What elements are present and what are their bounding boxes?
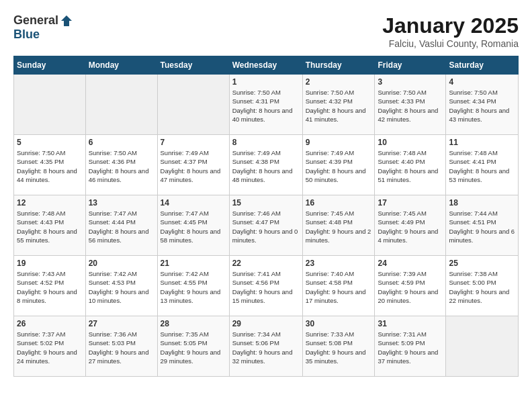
calendar-cell: 13Sunrise: 7:47 AMSunset: 4:44 PMDayligh… [85, 195, 157, 256]
day-info: Sunrise: 7:49 AMSunset: 4:38 PMDaylight:… [232, 148, 300, 184]
day-number: 26 [17, 319, 83, 328]
day-info: Sunrise: 7:50 AMSunset: 4:32 PMDaylight:… [306, 88, 372, 124]
calendar-cell: 15Sunrise: 7:46 AMSunset: 4:47 PMDayligh… [229, 195, 302, 256]
calendar-cell: 2Sunrise: 7:50 AMSunset: 4:32 PMDaylight… [302, 75, 375, 135]
day-info: Sunrise: 7:49 AMSunset: 4:37 PMDaylight:… [161, 148, 226, 184]
calendar-cell: 26Sunrise: 7:37 AMSunset: 5:02 PMDayligh… [14, 316, 86, 377]
weekday-header-wednesday: Wednesday [229, 56, 302, 75]
day-info: Sunrise: 7:39 AMSunset: 4:59 PMDaylight:… [378, 269, 443, 305]
day-number: 19 [17, 259, 83, 268]
calendar-week-row: 26Sunrise: 7:37 AMSunset: 5:02 PMDayligh… [14, 316, 519, 377]
day-number: 8 [232, 138, 300, 147]
day-number: 20 [89, 259, 154, 268]
day-info: Sunrise: 7:34 AMSunset: 5:06 PMDaylight:… [232, 330, 300, 365]
day-info: Sunrise: 7:49 AMSunset: 4:39 PMDaylight:… [306, 148, 372, 184]
calendar-cell: 12Sunrise: 7:48 AMSunset: 4:43 PMDayligh… [14, 195, 86, 256]
logo-general-text: General [13, 13, 58, 28]
day-info: Sunrise: 7:50 AMSunset: 4:35 PMDaylight:… [17, 148, 83, 184]
calendar-cell: 21Sunrise: 7:42 AMSunset: 4:55 PMDayligh… [157, 256, 229, 316]
day-number: 11 [449, 138, 515, 147]
day-info: Sunrise: 7:35 AMSunset: 5:05 PMDaylight:… [161, 330, 226, 365]
calendar-cell: 31Sunrise: 7:31 AMSunset: 5:09 PMDayligh… [375, 316, 446, 377]
calendar-cell [14, 75, 86, 135]
day-number: 22 [232, 259, 300, 268]
day-number: 25 [449, 259, 515, 268]
weekday-header-monday: Monday [85, 56, 157, 75]
calendar-cell: 18Sunrise: 7:44 AMSunset: 4:51 PMDayligh… [446, 195, 519, 256]
day-info: Sunrise: 7:44 AMSunset: 4:51 PMDaylight:… [449, 209, 515, 244]
day-info: Sunrise: 7:48 AMSunset: 4:43 PMDaylight:… [17, 209, 83, 244]
day-number: 31 [378, 319, 443, 328]
day-number: 10 [378, 138, 443, 147]
day-number: 4 [449, 77, 515, 87]
weekday-header-friday: Friday [375, 56, 446, 75]
calendar-cell: 10Sunrise: 7:48 AMSunset: 4:40 PMDayligh… [375, 135, 446, 195]
day-info: Sunrise: 7:50 AMSunset: 4:33 PMDaylight:… [378, 88, 443, 124]
day-info: Sunrise: 7:31 AMSunset: 5:09 PMDaylight:… [378, 330, 443, 365]
calendar-cell: 5Sunrise: 7:50 AMSunset: 4:35 PMDaylight… [14, 135, 86, 195]
calendar-week-row: 1Sunrise: 7:50 AMSunset: 4:31 PMDaylight… [14, 75, 519, 135]
day-number: 23 [306, 259, 372, 268]
day-number: 14 [161, 198, 226, 208]
logo-blue-text: Blue [13, 28, 40, 42]
day-number: 15 [232, 198, 300, 208]
day-info: Sunrise: 7:48 AMSunset: 4:41 PMDaylight:… [449, 148, 515, 184]
calendar-cell: 17Sunrise: 7:45 AMSunset: 4:49 PMDayligh… [375, 195, 446, 256]
day-info: Sunrise: 7:41 AMSunset: 4:56 PMDaylight:… [232, 269, 300, 305]
day-number: 16 [306, 198, 372, 208]
svg-marker-0 [61, 15, 72, 26]
page-header: General Blue January 2025 Falciu, Vaslui… [13, 13, 519, 49]
calendar-cell: 16Sunrise: 7:45 AMSunset: 4:48 PMDayligh… [302, 195, 375, 256]
calendar-cell: 29Sunrise: 7:34 AMSunset: 5:06 PMDayligh… [229, 316, 302, 377]
calendar-week-row: 5Sunrise: 7:50 AMSunset: 4:35 PMDaylight… [14, 135, 519, 195]
weekday-header-tuesday: Tuesday [157, 56, 229, 75]
day-number: 13 [89, 198, 154, 208]
calendar-cell: 28Sunrise: 7:35 AMSunset: 5:05 PMDayligh… [157, 316, 229, 377]
day-info: Sunrise: 7:40 AMSunset: 4:58 PMDaylight:… [306, 269, 372, 305]
day-number: 9 [306, 138, 372, 147]
day-info: Sunrise: 7:37 AMSunset: 5:02 PMDaylight:… [17, 330, 83, 365]
calendar-cell: 23Sunrise: 7:40 AMSunset: 4:58 PMDayligh… [302, 256, 375, 316]
day-number: 2 [306, 77, 372, 87]
day-info: Sunrise: 7:50 AMSunset: 4:34 PMDaylight:… [449, 88, 515, 124]
month-title: January 2025 [382, 13, 519, 38]
day-number: 18 [449, 198, 515, 208]
day-number: 3 [378, 77, 443, 87]
calendar-cell: 6Sunrise: 7:50 AMSunset: 4:36 PMDaylight… [85, 135, 157, 195]
day-info: Sunrise: 7:45 AMSunset: 4:49 PMDaylight:… [378, 209, 443, 244]
weekday-header-row: SundayMondayTuesdayWednesdayThursdayFrid… [14, 56, 519, 75]
calendar-body: 1Sunrise: 7:50 AMSunset: 4:31 PMDaylight… [14, 75, 519, 377]
day-number: 6 [89, 138, 154, 147]
weekday-header-saturday: Saturday [446, 56, 519, 75]
day-number: 27 [89, 319, 154, 328]
title-block: January 2025 Falciu, Vaslui County, Roma… [382, 13, 519, 49]
calendar-cell: 7Sunrise: 7:49 AMSunset: 4:37 PMDaylight… [157, 135, 229, 195]
calendar-cell: 9Sunrise: 7:49 AMSunset: 4:39 PMDaylight… [302, 135, 375, 195]
day-info: Sunrise: 7:38 AMSunset: 5:00 PMDaylight:… [449, 269, 515, 305]
calendar-cell: 14Sunrise: 7:47 AMSunset: 4:45 PMDayligh… [157, 195, 229, 256]
day-number: 21 [161, 259, 226, 268]
day-info: Sunrise: 7:43 AMSunset: 4:52 PMDaylight:… [17, 269, 83, 305]
location: Falciu, Vaslui County, Romania [382, 38, 519, 49]
day-info: Sunrise: 7:47 AMSunset: 4:45 PMDaylight:… [161, 209, 226, 244]
calendar-week-row: 12Sunrise: 7:48 AMSunset: 4:43 PMDayligh… [14, 195, 519, 256]
day-info: Sunrise: 7:48 AMSunset: 4:40 PMDaylight:… [378, 148, 443, 184]
day-info: Sunrise: 7:36 AMSunset: 5:03 PMDaylight:… [89, 330, 154, 365]
calendar-week-row: 19Sunrise: 7:43 AMSunset: 4:52 PMDayligh… [14, 256, 519, 316]
day-info: Sunrise: 7:42 AMSunset: 4:55 PMDaylight:… [161, 269, 226, 305]
day-info: Sunrise: 7:50 AMSunset: 4:31 PMDaylight:… [232, 88, 300, 124]
day-number: 7 [161, 138, 226, 147]
calendar-cell: 30Sunrise: 7:33 AMSunset: 5:08 PMDayligh… [302, 316, 375, 377]
weekday-header-sunday: Sunday [14, 56, 86, 75]
calendar-cell: 8Sunrise: 7:49 AMSunset: 4:38 PMDaylight… [229, 135, 302, 195]
day-number: 30 [306, 319, 372, 328]
calendar-cell [157, 75, 229, 135]
day-info: Sunrise: 7:46 AMSunset: 4:47 PMDaylight:… [232, 209, 300, 244]
calendar-cell: 20Sunrise: 7:42 AMSunset: 4:53 PMDayligh… [85, 256, 157, 316]
calendar-table: SundayMondayTuesdayWednesdayThursdayFrid… [13, 56, 519, 377]
day-number: 28 [161, 319, 226, 328]
day-number: 12 [17, 198, 83, 208]
calendar-cell [446, 316, 519, 377]
calendar-cell: 27Sunrise: 7:36 AMSunset: 5:03 PMDayligh… [85, 316, 157, 377]
day-number: 1 [232, 77, 300, 87]
